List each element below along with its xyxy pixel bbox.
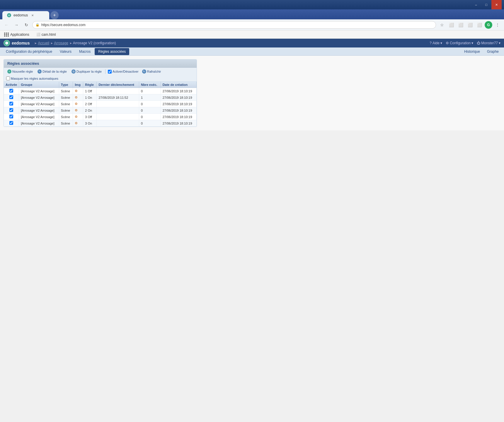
- table-row[interactable]: [Arrosage V2 Arrosage] Scène ⚙ 2 On 0 27…: [4, 107, 197, 114]
- app-logo[interactable]: eedomus: [4, 40, 30, 46]
- new-rule-label: Nouvelle règle: [12, 70, 33, 73]
- duplicate-icon: ⧉: [71, 69, 76, 74]
- cell-dernier: [97, 107, 139, 114]
- table-row[interactable]: [Arrosage V2 Arrosage] Scène ⚙ 2 Off 0 2…: [4, 101, 197, 107]
- cell-regle: 2 Off: [83, 101, 97, 107]
- table-row[interactable]: [Arrosage V2 Arrosage] Scène ⚙ 3 On 0 27…: [4, 120, 197, 127]
- col-groupe: Groupe: [19, 82, 59, 88]
- maximize-button[interactable]: □: [481, 0, 491, 9]
- col-date: Date de création: [161, 82, 196, 88]
- activate-toggle[interactable]: Activer/Désactiver: [108, 70, 139, 74]
- table-body: [Arrosage V2 Arrosage] Scène ⚙ 1 Off 0 2…: [4, 88, 197, 127]
- ext3-button[interactable]: ⬜: [466, 21, 474, 29]
- cell-nbre: 1: [139, 94, 161, 101]
- cam-label: cam.html: [42, 33, 56, 37]
- subnav-macros[interactable]: Macros: [76, 48, 94, 55]
- close-button[interactable]: ✕: [491, 0, 502, 9]
- minimize-button[interactable]: –: [471, 0, 481, 9]
- cell-date: 27/06/2019 18:10:19: [161, 120, 196, 127]
- profile-button[interactable]: G: [485, 21, 492, 29]
- forward-button[interactable]: →: [12, 21, 21, 29]
- lock-icon: 🔒: [35, 23, 40, 27]
- panel-header: Règles associées: [4, 59, 197, 68]
- detail-button[interactable]: ✎ Détail de la règle: [36, 69, 68, 74]
- cell-activee[interactable]: [4, 88, 19, 94]
- refresh-button[interactable]: ↻: [22, 21, 30, 29]
- row-checkbox[interactable]: [9, 115, 13, 118]
- menu-button[interactable]: ⋮: [493, 21, 502, 29]
- user-button[interactable]: ⏻ Monster77 ▾: [477, 41, 500, 45]
- duplicate-button[interactable]: ⧉ Dupliquer la règle: [70, 69, 103, 74]
- config-button[interactable]: ⚙ Configuration ▾: [446, 41, 473, 45]
- cell-regle: 1 On: [83, 94, 97, 101]
- cell-groupe: [Arrosage V2 Arrosage]: [19, 94, 59, 101]
- sep3: ➤: [69, 42, 72, 45]
- subnav-config[interactable]: Configuration du périphérique: [2, 48, 56, 55]
- cell-activee[interactable]: [4, 101, 19, 107]
- sep1: ➤: [34, 42, 37, 45]
- cell-regle: 3 On: [83, 120, 97, 127]
- titlebar: – □ ✕: [0, 0, 504, 9]
- historique-button[interactable]: Historique: [461, 49, 483, 54]
- new-rule-button[interactable]: + Nouvelle règle: [6, 69, 34, 74]
- cell-dernier: 27/06/2019 18:11:52: [97, 94, 139, 101]
- cell-activee[interactable]: [4, 114, 19, 120]
- tab-bar: e eedomus ✕ +: [0, 9, 504, 19]
- row-checkbox[interactable]: [9, 89, 13, 93]
- cell-activee[interactable]: [4, 120, 19, 127]
- table-row[interactable]: [Arrosage V2 Arrosage] Scène ⚙ 3 Off 0 2…: [4, 114, 197, 120]
- ext4-button[interactable]: ⬜: [475, 21, 483, 29]
- rules-table: Activée Groupe Type Img Règle Dernier dé…: [4, 82, 197, 127]
- bookmarks-bar: Applications ⬜ cam.html: [0, 30, 504, 39]
- tab-close-button[interactable]: ✕: [30, 13, 35, 18]
- ext1-button[interactable]: ⬜: [447, 21, 455, 29]
- hide-auto-checkbox[interactable]: [6, 76, 10, 80]
- breadcrumb-arrosage[interactable]: Arrosage: [54, 41, 68, 45]
- table-row[interactable]: [Arrosage V2 Arrosage] Scène ⚙ 1 Off 0 2…: [4, 88, 197, 94]
- cell-date: 27/06/2019 18:10:19: [161, 107, 196, 114]
- table-header-row: Activée Groupe Type Img Règle Dernier dé…: [4, 82, 197, 88]
- col-nbre: Nbre exéc.: [139, 82, 161, 88]
- activate-checkbox[interactable]: [108, 70, 112, 74]
- user-arrow: ▾: [499, 41, 500, 45]
- tab-title: eedomus: [13, 13, 28, 17]
- subnav-right: Historique Graphe: [461, 49, 502, 54]
- ext2-button[interactable]: ⬜: [457, 21, 465, 29]
- breadcrumb-accueil[interactable]: Accueil: [38, 41, 49, 45]
- gear-icon: ⚙: [75, 108, 78, 112]
- refresh-button[interactable]: ↻ Rafraîchir: [141, 69, 162, 74]
- new-tab-button[interactable]: +: [50, 11, 59, 19]
- gear-icon: ⚙: [75, 115, 78, 118]
- panel-title: Règles associées: [7, 61, 39, 66]
- subnav-regles[interactable]: Règles associées: [95, 48, 129, 55]
- help-button[interactable]: ? Aide ▾: [430, 41, 442, 45]
- back-button[interactable]: ←: [2, 21, 11, 29]
- nav-bar: ← → ↻ 🔒 https://secure.eedomus.com ☆ ⬜ ⬜…: [0, 19, 504, 30]
- table-row[interactable]: [Arrosage V2 Arrosage] Scène ⚙ 1 On 27/0…: [4, 94, 197, 101]
- apps-bookmark[interactable]: Applications: [2, 32, 31, 37]
- add-icon: +: [7, 69, 11, 74]
- cell-groupe: [Arrosage V2 Arrosage]: [19, 107, 59, 114]
- cell-activee[interactable]: [4, 94, 19, 101]
- cell-groupe: [Arrosage V2 Arrosage]: [19, 88, 59, 94]
- col-regle: Règle: [83, 82, 97, 88]
- subnav-valeurs[interactable]: Valeurs: [56, 48, 75, 55]
- hide-auto-toggle[interactable]: Masquer les règles automatiques: [6, 76, 58, 80]
- cell-activee[interactable]: [4, 107, 19, 114]
- apps-grid-icon: [4, 33, 9, 37]
- hide-auto-label: Masquer les règles automatiques: [11, 77, 58, 80]
- col-img: Img: [73, 82, 83, 88]
- address-bar[interactable]: 🔒 https://secure.eedomus.com: [32, 21, 436, 29]
- cell-img: ⚙: [73, 94, 83, 101]
- star-button[interactable]: ☆: [438, 21, 446, 29]
- row-checkbox[interactable]: [9, 102, 13, 106]
- graphe-button[interactable]: Graphe: [484, 49, 502, 54]
- cell-nbre: 0: [139, 120, 161, 127]
- col-dernier: Dernier déclenchement: [97, 82, 139, 88]
- cam-bookmark[interactable]: ⬜ cam.html: [35, 32, 58, 37]
- row-checkbox[interactable]: [9, 121, 13, 125]
- active-tab[interactable]: e eedomus ✕: [2, 11, 49, 19]
- row-checkbox[interactable]: [9, 95, 13, 99]
- row-checkbox[interactable]: [9, 108, 13, 112]
- cell-nbre: 0: [139, 114, 161, 120]
